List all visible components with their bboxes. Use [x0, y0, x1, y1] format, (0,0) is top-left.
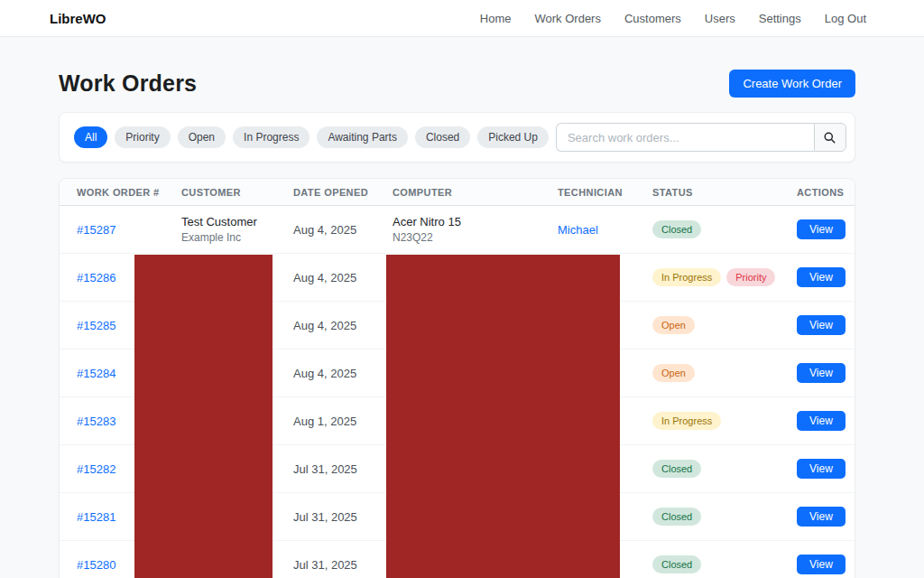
view-button[interactable]: View [797, 267, 845, 287]
search-button[interactable] [814, 123, 846, 152]
status-badge: In Progress [652, 268, 721, 286]
filter-pill-closed[interactable]: Closed [415, 126, 470, 148]
date-opened: Jul 31, 2025 [293, 445, 393, 493]
search-icon [824, 132, 836, 144]
date-opened: Aug 1, 2025 [293, 397, 393, 445]
search-input[interactable] [556, 123, 814, 152]
filter-pill-picked-up[interactable]: Picked Up [477, 126, 549, 148]
header-actions: Actions [797, 179, 855, 206]
nav-item-logout[interactable]: Log Out [825, 12, 866, 25]
date-opened: Aug 4, 2025 [293, 206, 393, 254]
date-opened: Aug 4, 2025 [293, 350, 393, 397]
nav-item-settings[interactable]: Settings [759, 12, 801, 25]
date-opened: Jul 31, 2025 [293, 493, 393, 541]
status-badge: Open [652, 364, 695, 382]
redaction-block-customer [134, 255, 273, 578]
status-badges: Closed [652, 220, 797, 238]
nav-item-users[interactable]: Users [705, 12, 735, 25]
table-header-row: Work Order # Customer Date Opened Comput… [60, 179, 855, 206]
work-order-link[interactable]: #15286 [77, 271, 116, 284]
work-order-link[interactable]: #15280 [77, 558, 116, 572]
view-button[interactable]: View [797, 219, 845, 239]
header-work-order: Work Order # [60, 179, 181, 206]
status-badge: Priority [726, 268, 775, 286]
header-customer: Customer [181, 179, 293, 206]
status-badge: Closed [652, 460, 701, 478]
status-badges: Closed [652, 460, 797, 478]
header-technician: Technician [558, 179, 652, 206]
filter-pill-priority[interactable]: Priority [115, 126, 170, 148]
status-badge: In Progress [652, 412, 721, 430]
work-order-link[interactable]: #15285 [77, 319, 116, 332]
status-badge: Closed [652, 220, 701, 238]
filter-pill-open[interactable]: Open [178, 126, 226, 148]
page-header: Work Orders Create Work Order [59, 70, 855, 98]
navbar: LibreWO Home Work Orders Customers Users… [0, 0, 924, 37]
work-orders-table-card: Work Order # Customer Date Opened Comput… [59, 178, 855, 578]
status-badges: In Progress [652, 412, 797, 430]
redaction-block-computer [386, 255, 620, 578]
computer-model: Acer Nitro 15 [393, 214, 558, 230]
view-button[interactable]: View [797, 315, 845, 335]
nav-item-home[interactable]: Home [480, 12, 512, 25]
computer-serial: N23Q22 [393, 230, 558, 245]
filter-pill-awaiting-parts[interactable]: Awaiting Parts [317, 126, 407, 148]
status-badge: Closed [652, 555, 701, 573]
status-badges: Closed [652, 508, 797, 526]
table-row: #15287 Test Customer Example Inc Aug 4, … [60, 206, 855, 254]
header-status: Status [652, 179, 797, 206]
date-opened: Aug 4, 2025 [293, 254, 393, 302]
nav-item-work-orders[interactable]: Work Orders [535, 12, 601, 25]
nav-links: Home Work Orders Customers Users Setting… [480, 12, 866, 25]
filter-bar: All Priority Open In Progress Awaiting P… [59, 112, 855, 163]
page-title: Work Orders [59, 70, 197, 97]
status-badges: Open [652, 316, 797, 334]
status-badge: Open [652, 316, 695, 334]
search-group [556, 123, 846, 152]
header-date-opened: Date Opened [293, 179, 393, 206]
brand-logo[interactable]: LibreWO [50, 11, 106, 26]
nav-item-customers[interactable]: Customers [624, 12, 681, 25]
filter-pill-in-progress[interactable]: In Progress [233, 126, 310, 148]
status-badges: Closed [652, 555, 797, 573]
status-badges: Open [652, 364, 797, 382]
status-badges: In ProgressPriority [652, 268, 797, 286]
work-order-link[interactable]: #15281 [77, 510, 116, 524]
create-work-order-button[interactable]: Create Work Order [729, 70, 855, 98]
work-order-link[interactable]: #15287 [77, 223, 116, 237]
date-opened: Aug 4, 2025 [293, 302, 393, 350]
date-opened: Jul 31, 2025 [293, 541, 393, 578]
technician-link[interactable]: Michael [558, 223, 598, 237]
customer-company: Example Inc [181, 230, 293, 245]
view-button[interactable]: View [797, 555, 845, 574]
work-order-link[interactable]: #15283 [77, 415, 116, 428]
view-button[interactable]: View [797, 459, 845, 479]
status-badge: Closed [652, 508, 701, 526]
header-computer: Computer [393, 179, 558, 206]
view-button[interactable]: View [797, 411, 845, 431]
view-button[interactable]: View [797, 507, 845, 527]
view-button[interactable]: View [797, 363, 845, 383]
customer-link[interactable]: Test Customer [181, 214, 293, 230]
work-order-link[interactable]: #15282 [77, 462, 116, 476]
filter-pill-all[interactable]: All [74, 126, 107, 148]
work-order-link[interactable]: #15284 [77, 367, 116, 380]
